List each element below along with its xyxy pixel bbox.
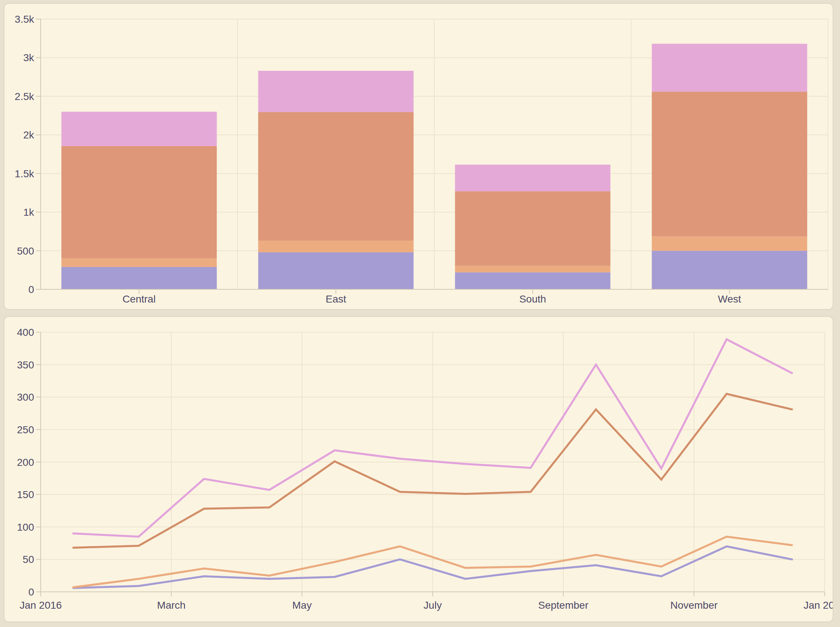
bar-segment-purple[interactable] xyxy=(652,251,807,289)
x-axis-label-east: East xyxy=(325,293,346,305)
bar-segment-orange[interactable] xyxy=(258,241,414,252)
x-axis-label-september: September xyxy=(538,600,589,611)
x-axis-label-march: March xyxy=(157,600,186,611)
y-axis-label: 0 xyxy=(28,284,34,295)
y-axis-label: 1k xyxy=(23,206,35,218)
bar-segment-salmon[interactable] xyxy=(455,191,611,266)
x-axis-label-central: Central xyxy=(122,293,155,305)
y-axis-label: 500 xyxy=(17,246,34,257)
y-axis-label: 200 xyxy=(17,457,34,468)
x-axis-label-may: May xyxy=(292,600,312,611)
bar-segment-pink[interactable] xyxy=(62,112,217,146)
y-axis-label: 2.5k xyxy=(15,91,35,102)
y-axis-label: 3k xyxy=(23,52,35,63)
y-axis-label: 3.5k xyxy=(15,14,35,25)
bar-segment-salmon[interactable] xyxy=(652,91,807,236)
bar-segment-orange[interactable] xyxy=(455,266,611,273)
bar-segment-salmon[interactable] xyxy=(258,112,414,241)
y-axis-label: 50 xyxy=(23,554,34,565)
y-axis-label: 0 xyxy=(28,586,34,598)
bar-segment-purple[interactable] xyxy=(455,273,611,289)
y-axis-label: 400 xyxy=(17,327,34,338)
y-axis-label: 300 xyxy=(17,392,34,403)
bar-west xyxy=(652,44,807,289)
bar-segment-pink[interactable] xyxy=(258,71,414,112)
line-chart: 050100150200250300350400Jan 2016MarchMay… xyxy=(5,317,833,622)
bar-central xyxy=(62,112,217,289)
x-axis-label-west: West xyxy=(718,293,741,305)
stacked-bar-chart: 05001k1.5k2k2.5k3k3.5kCentralEastSouthWe… xyxy=(5,4,833,309)
x-axis-label-november: November xyxy=(670,600,718,611)
bar-segment-pink[interactable] xyxy=(455,164,611,191)
y-axis-label: 250 xyxy=(17,424,34,435)
y-axis-label: 150 xyxy=(17,489,34,500)
y-axis-label: 1.5k xyxy=(15,168,35,180)
stacked-bar-chart-panel: 05001k1.5k2k2.5k3k3.5kCentralEastSouthWe… xyxy=(4,3,834,310)
x-axis-label-jan-2017: Jan 2017 xyxy=(803,600,833,611)
y-axis-label: 100 xyxy=(17,521,34,533)
bar-segment-pink[interactable] xyxy=(652,44,807,91)
bar-east xyxy=(258,71,414,289)
bar-segment-orange[interactable] xyxy=(652,236,807,251)
bar-segment-salmon[interactable] xyxy=(62,146,217,258)
bar-segment-orange[interactable] xyxy=(62,258,217,267)
x-axis-label-july: July xyxy=(424,600,442,611)
bar-south xyxy=(455,164,611,289)
x-axis-label-jan-2016: Jan 2016 xyxy=(19,600,62,611)
y-axis-label: 350 xyxy=(17,359,34,371)
line-chart-panel: 050100150200250300350400Jan 2016MarchMay… xyxy=(4,316,834,622)
bar-segment-purple[interactable] xyxy=(62,267,217,289)
y-axis-label: 2k xyxy=(23,129,35,141)
x-axis-label-south: South xyxy=(519,293,546,305)
bar-segment-purple[interactable] xyxy=(258,252,414,289)
